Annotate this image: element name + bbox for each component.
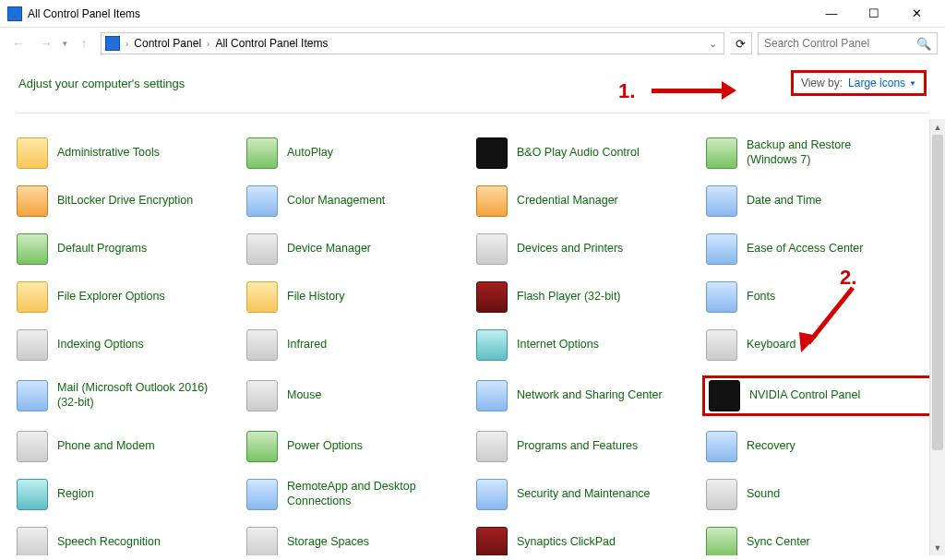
- control-panel-item[interactable]: Speech Recognition: [13, 525, 243, 555]
- item-label: Flash Player (32-bit): [517, 290, 621, 304]
- item-icon: [476, 185, 508, 217]
- item-icon: [246, 185, 278, 217]
- back-button[interactable]: ←: [7, 32, 30, 54]
- control-panel-item[interactable]: Indexing Options: [13, 328, 243, 363]
- item-icon: [17, 233, 48, 265]
- item-icon: [476, 431, 508, 462]
- item-label: Default Programs: [57, 242, 147, 256]
- control-panel-item[interactable]: Default Programs: [13, 232, 243, 267]
- item-icon: [17, 137, 48, 169]
- item-label: Credential Manager: [517, 194, 618, 209]
- item-icon: [17, 281, 48, 313]
- item-label: Storage Spaces: [287, 535, 369, 550]
- refresh-button[interactable]: ⟳: [730, 32, 752, 54]
- control-panel-item[interactable]: Synaptics ClickPad: [472, 525, 702, 555]
- item-label: File Explorer Options: [57, 290, 165, 304]
- control-panel-item[interactable]: Mail (Microsoft Outlook 2016) (32-bit): [13, 375, 243, 416]
- item-icon: [706, 431, 737, 462]
- divider: [17, 113, 928, 113]
- control-panel-item[interactable]: Administrative Tools: [13, 136, 243, 171]
- up-button[interactable]: ↑: [73, 32, 95, 54]
- control-panel-item[interactable]: Device Manager: [243, 232, 472, 267]
- search-box[interactable]: 🔍: [758, 32, 938, 54]
- control-panel-icon: [105, 36, 120, 51]
- control-panel-item[interactable]: Color Management: [243, 184, 472, 219]
- scrollbar[interactable]: ▲ ▼: [929, 119, 945, 555]
- item-icon: [706, 527, 737, 555]
- control-panel-item[interactable]: NVIDIA Control Panel: [702, 375, 932, 416]
- item-icon: [246, 329, 278, 361]
- maximize-button[interactable]: ☐: [853, 0, 895, 28]
- breadcrumb-current[interactable]: All Control Panel Items: [215, 37, 328, 50]
- control-panel-item[interactable]: AutoPlay: [243, 136, 472, 171]
- history-dropdown[interactable]: ▾: [63, 39, 67, 48]
- window-title: All Control Panel Items: [28, 7, 810, 20]
- control-panel-item[interactable]: File Explorer Options: [13, 280, 243, 315]
- control-panel-item[interactable]: Fonts: [702, 280, 932, 315]
- item-label: Color Management: [287, 194, 385, 209]
- item-label: Internet Options: [517, 338, 599, 352]
- control-panel-item[interactable]: Ease of Access Center: [702, 232, 932, 267]
- control-panel-item[interactable]: File History: [243, 280, 472, 315]
- control-panel-item[interactable]: Storage Spaces: [243, 525, 472, 555]
- item-label: Device Manager: [287, 242, 371, 256]
- control-panel-item[interactable]: Mouse: [243, 375, 472, 416]
- breadcrumb-root[interactable]: Control Panel: [134, 37, 201, 50]
- control-panel-item[interactable]: Phone and Modem: [13, 429, 243, 464]
- scroll-down-button[interactable]: ▼: [930, 540, 945, 555]
- item-icon: [476, 380, 508, 411]
- item-icon: [17, 431, 48, 462]
- item-label: Security and Maintenance: [517, 487, 651, 502]
- item-icon: [476, 329, 508, 361]
- item-label: Ease of Access Center: [747, 242, 863, 256]
- control-panel-item[interactable]: Power Options: [243, 429, 472, 464]
- item-icon: [706, 233, 737, 265]
- item-icon: [17, 185, 48, 217]
- item-icon: [246, 380, 278, 411]
- item-icon: [709, 380, 740, 411]
- control-panel-item[interactable]: BitLocker Drive Encryption: [13, 184, 243, 219]
- minimize-button[interactable]: —: [810, 0, 853, 28]
- item-icon: [706, 479, 737, 510]
- scroll-up-button[interactable]: ▲: [930, 119, 945, 135]
- control-panel-item[interactable]: Internet Options: [472, 328, 702, 363]
- view-by-value[interactable]: Large icons ▼: [848, 77, 916, 89]
- close-button[interactable]: ✕: [895, 0, 938, 28]
- item-label: File History: [287, 290, 345, 304]
- scroll-track[interactable]: [930, 135, 945, 540]
- address-dropdown[interactable]: ⌄: [706, 38, 720, 50]
- items-grid: Administrative ToolsAutoPlayB&O Play Aud…: [0, 119, 945, 555]
- view-by-selector[interactable]: View by: Large icons ▼: [791, 70, 927, 96]
- item-label: Region: [57, 487, 94, 502]
- item-icon: [246, 479, 278, 510]
- control-panel-item[interactable]: Devices and Printers: [472, 232, 702, 267]
- control-panel-item[interactable]: Credential Manager: [472, 184, 702, 219]
- control-panel-item[interactable]: RemoteApp and Desktop Connections: [243, 477, 472, 512]
- address-bar[interactable]: › Control Panel › All Control Panel Item…: [101, 32, 724, 54]
- forward-button[interactable]: →: [35, 32, 57, 54]
- item-icon: [476, 281, 508, 313]
- control-panel-item[interactable]: Keyboard: [702, 328, 932, 363]
- control-panel-item[interactable]: Sync Center: [702, 525, 932, 555]
- item-label: Date and Time: [747, 194, 821, 209]
- control-panel-item[interactable]: Security and Maintenance: [472, 477, 702, 512]
- control-panel-item[interactable]: Flash Player (32-bit): [472, 280, 702, 315]
- control-panel-item[interactable]: B&O Play Audio Control: [472, 136, 702, 171]
- control-panel-item[interactable]: Backup and Restore (Windows 7): [702, 136, 932, 171]
- control-panel-item[interactable]: Programs and Features: [472, 429, 702, 464]
- item-label: Network and Sharing Center: [517, 388, 663, 403]
- control-panel-item[interactable]: Infrared: [243, 328, 472, 363]
- item-label: Phone and Modem: [57, 439, 155, 454]
- search-input[interactable]: [764, 37, 916, 50]
- control-panel-item[interactable]: Recovery: [702, 429, 932, 464]
- item-label: Infrared: [287, 338, 327, 352]
- control-panel-item[interactable]: Date and Time: [702, 184, 932, 219]
- scroll-thumb[interactable]: [932, 135, 943, 450]
- item-label: Mail (Microsoft Outlook 2016) (32-bit): [57, 381, 214, 410]
- item-icon: [17, 527, 48, 555]
- item-label: Recovery: [747, 439, 795, 454]
- control-panel-item[interactable]: Sound: [702, 477, 932, 512]
- control-panel-item[interactable]: Region: [13, 477, 243, 512]
- control-panel-item[interactable]: Network and Sharing Center: [472, 375, 702, 416]
- item-label: NVIDIA Control Panel: [749, 388, 860, 403]
